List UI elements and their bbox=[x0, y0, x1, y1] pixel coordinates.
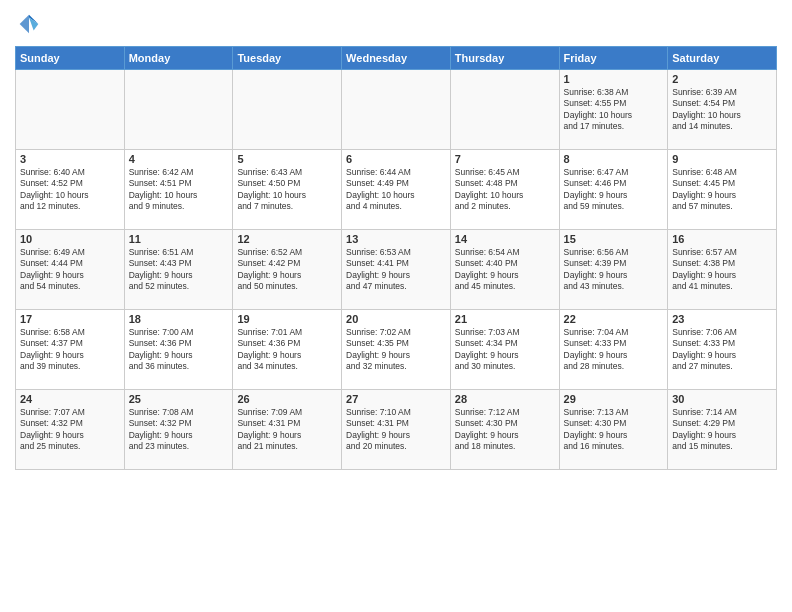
calendar-cell bbox=[16, 70, 125, 150]
calendar-cell: 9Sunrise: 6:48 AM Sunset: 4:45 PM Daylig… bbox=[668, 150, 777, 230]
day-info: Sunrise: 6:44 AM Sunset: 4:49 PM Dayligh… bbox=[346, 167, 446, 213]
calendar-cell: 13Sunrise: 6:53 AM Sunset: 4:41 PM Dayli… bbox=[342, 230, 451, 310]
calendar-cell: 4Sunrise: 6:42 AM Sunset: 4:51 PM Daylig… bbox=[124, 150, 233, 230]
calendar-week: 10Sunrise: 6:49 AM Sunset: 4:44 PM Dayli… bbox=[16, 230, 777, 310]
day-info: Sunrise: 6:40 AM Sunset: 4:52 PM Dayligh… bbox=[20, 167, 120, 213]
calendar-cell: 28Sunrise: 7:12 AM Sunset: 4:30 PM Dayli… bbox=[450, 390, 559, 470]
day-info: Sunrise: 6:39 AM Sunset: 4:54 PM Dayligh… bbox=[672, 87, 772, 133]
day-info: Sunrise: 7:09 AM Sunset: 4:31 PM Dayligh… bbox=[237, 407, 337, 453]
day-number: 9 bbox=[672, 153, 772, 165]
day-info: Sunrise: 6:43 AM Sunset: 4:50 PM Dayligh… bbox=[237, 167, 337, 213]
calendar-cell: 5Sunrise: 6:43 AM Sunset: 4:50 PM Daylig… bbox=[233, 150, 342, 230]
calendar-cell: 30Sunrise: 7:14 AM Sunset: 4:29 PM Dayli… bbox=[668, 390, 777, 470]
day-info: Sunrise: 6:45 AM Sunset: 4:48 PM Dayligh… bbox=[455, 167, 555, 213]
day-number: 21 bbox=[455, 313, 555, 325]
day-info: Sunrise: 6:57 AM Sunset: 4:38 PM Dayligh… bbox=[672, 247, 772, 293]
calendar-cell: 29Sunrise: 7:13 AM Sunset: 4:30 PM Dayli… bbox=[559, 390, 668, 470]
day-number: 16 bbox=[672, 233, 772, 245]
calendar-header: SundayMondayTuesdayWednesdayThursdayFrid… bbox=[16, 47, 777, 70]
day-number: 23 bbox=[672, 313, 772, 325]
calendar-cell: 12Sunrise: 6:52 AM Sunset: 4:42 PM Dayli… bbox=[233, 230, 342, 310]
day-number: 13 bbox=[346, 233, 446, 245]
calendar-cell: 7Sunrise: 6:45 AM Sunset: 4:48 PM Daylig… bbox=[450, 150, 559, 230]
page: SundayMondayTuesdayWednesdayThursdayFrid… bbox=[0, 0, 792, 612]
calendar-cell: 11Sunrise: 6:51 AM Sunset: 4:43 PM Dayli… bbox=[124, 230, 233, 310]
day-info: Sunrise: 7:10 AM Sunset: 4:31 PM Dayligh… bbox=[346, 407, 446, 453]
header bbox=[15, 10, 777, 38]
logo bbox=[15, 10, 47, 38]
day-number: 25 bbox=[129, 393, 229, 405]
day-info: Sunrise: 6:42 AM Sunset: 4:51 PM Dayligh… bbox=[129, 167, 229, 213]
day-header: Sunday bbox=[16, 47, 125, 70]
calendar-cell: 26Sunrise: 7:09 AM Sunset: 4:31 PM Dayli… bbox=[233, 390, 342, 470]
day-header: Monday bbox=[124, 47, 233, 70]
day-number: 14 bbox=[455, 233, 555, 245]
calendar-cell bbox=[450, 70, 559, 150]
day-number: 10 bbox=[20, 233, 120, 245]
day-info: Sunrise: 6:48 AM Sunset: 4:45 PM Dayligh… bbox=[672, 167, 772, 213]
calendar-cell: 25Sunrise: 7:08 AM Sunset: 4:32 PM Dayli… bbox=[124, 390, 233, 470]
day-number: 30 bbox=[672, 393, 772, 405]
day-info: Sunrise: 7:07 AM Sunset: 4:32 PM Dayligh… bbox=[20, 407, 120, 453]
calendar-cell: 3Sunrise: 6:40 AM Sunset: 4:52 PM Daylig… bbox=[16, 150, 125, 230]
day-number: 18 bbox=[129, 313, 229, 325]
day-info: Sunrise: 7:12 AM Sunset: 4:30 PM Dayligh… bbox=[455, 407, 555, 453]
day-info: Sunrise: 7:00 AM Sunset: 4:36 PM Dayligh… bbox=[129, 327, 229, 373]
day-number: 12 bbox=[237, 233, 337, 245]
calendar-week: 24Sunrise: 7:07 AM Sunset: 4:32 PM Dayli… bbox=[16, 390, 777, 470]
header-row: SundayMondayTuesdayWednesdayThursdayFrid… bbox=[16, 47, 777, 70]
day-number: 28 bbox=[455, 393, 555, 405]
day-info: Sunrise: 6:58 AM Sunset: 4:37 PM Dayligh… bbox=[20, 327, 120, 373]
day-info: Sunrise: 7:02 AM Sunset: 4:35 PM Dayligh… bbox=[346, 327, 446, 373]
calendar-cell: 19Sunrise: 7:01 AM Sunset: 4:36 PM Dayli… bbox=[233, 310, 342, 390]
day-number: 20 bbox=[346, 313, 446, 325]
calendar-cell bbox=[342, 70, 451, 150]
day-number: 7 bbox=[455, 153, 555, 165]
calendar-cell: 22Sunrise: 7:04 AM Sunset: 4:33 PM Dayli… bbox=[559, 310, 668, 390]
day-number: 5 bbox=[237, 153, 337, 165]
day-number: 17 bbox=[20, 313, 120, 325]
day-header: Friday bbox=[559, 47, 668, 70]
calendar-cell: 15Sunrise: 6:56 AM Sunset: 4:39 PM Dayli… bbox=[559, 230, 668, 310]
calendar-body: 1Sunrise: 6:38 AM Sunset: 4:55 PM Daylig… bbox=[16, 70, 777, 470]
day-info: Sunrise: 6:56 AM Sunset: 4:39 PM Dayligh… bbox=[564, 247, 664, 293]
day-info: Sunrise: 7:13 AM Sunset: 4:30 PM Dayligh… bbox=[564, 407, 664, 453]
day-info: Sunrise: 6:52 AM Sunset: 4:42 PM Dayligh… bbox=[237, 247, 337, 293]
calendar-cell bbox=[124, 70, 233, 150]
day-number: 26 bbox=[237, 393, 337, 405]
calendar-cell bbox=[233, 70, 342, 150]
calendar-week: 3Sunrise: 6:40 AM Sunset: 4:52 PM Daylig… bbox=[16, 150, 777, 230]
day-info: Sunrise: 6:54 AM Sunset: 4:40 PM Dayligh… bbox=[455, 247, 555, 293]
day-info: Sunrise: 7:04 AM Sunset: 4:33 PM Dayligh… bbox=[564, 327, 664, 373]
calendar-cell: 6Sunrise: 6:44 AM Sunset: 4:49 PM Daylig… bbox=[342, 150, 451, 230]
day-info: Sunrise: 6:49 AM Sunset: 4:44 PM Dayligh… bbox=[20, 247, 120, 293]
calendar-cell: 1Sunrise: 6:38 AM Sunset: 4:55 PM Daylig… bbox=[559, 70, 668, 150]
calendar-cell: 18Sunrise: 7:00 AM Sunset: 4:36 PM Dayli… bbox=[124, 310, 233, 390]
day-header: Saturday bbox=[668, 47, 777, 70]
calendar-cell: 16Sunrise: 6:57 AM Sunset: 4:38 PM Dayli… bbox=[668, 230, 777, 310]
day-info: Sunrise: 7:08 AM Sunset: 4:32 PM Dayligh… bbox=[129, 407, 229, 453]
day-info: Sunrise: 6:47 AM Sunset: 4:46 PM Dayligh… bbox=[564, 167, 664, 213]
calendar-cell: 14Sunrise: 6:54 AM Sunset: 4:40 PM Dayli… bbox=[450, 230, 559, 310]
day-info: Sunrise: 7:03 AM Sunset: 4:34 PM Dayligh… bbox=[455, 327, 555, 373]
day-info: Sunrise: 6:51 AM Sunset: 4:43 PM Dayligh… bbox=[129, 247, 229, 293]
day-info: Sunrise: 7:14 AM Sunset: 4:29 PM Dayligh… bbox=[672, 407, 772, 453]
calendar-cell: 27Sunrise: 7:10 AM Sunset: 4:31 PM Dayli… bbox=[342, 390, 451, 470]
day-number: 1 bbox=[564, 73, 664, 85]
calendar-cell: 10Sunrise: 6:49 AM Sunset: 4:44 PM Dayli… bbox=[16, 230, 125, 310]
calendar-cell: 17Sunrise: 6:58 AM Sunset: 4:37 PM Dayli… bbox=[16, 310, 125, 390]
day-number: 19 bbox=[237, 313, 337, 325]
calendar: SundayMondayTuesdayWednesdayThursdayFrid… bbox=[15, 46, 777, 470]
calendar-week: 17Sunrise: 6:58 AM Sunset: 4:37 PM Dayli… bbox=[16, 310, 777, 390]
day-header: Tuesday bbox=[233, 47, 342, 70]
day-info: Sunrise: 7:06 AM Sunset: 4:33 PM Dayligh… bbox=[672, 327, 772, 373]
day-info: Sunrise: 7:01 AM Sunset: 4:36 PM Dayligh… bbox=[237, 327, 337, 373]
day-info: Sunrise: 6:38 AM Sunset: 4:55 PM Dayligh… bbox=[564, 87, 664, 133]
calendar-cell: 24Sunrise: 7:07 AM Sunset: 4:32 PM Dayli… bbox=[16, 390, 125, 470]
day-number: 2 bbox=[672, 73, 772, 85]
calendar-cell: 21Sunrise: 7:03 AM Sunset: 4:34 PM Dayli… bbox=[450, 310, 559, 390]
logo-icon bbox=[15, 10, 43, 38]
calendar-cell: 8Sunrise: 6:47 AM Sunset: 4:46 PM Daylig… bbox=[559, 150, 668, 230]
day-number: 24 bbox=[20, 393, 120, 405]
day-number: 27 bbox=[346, 393, 446, 405]
